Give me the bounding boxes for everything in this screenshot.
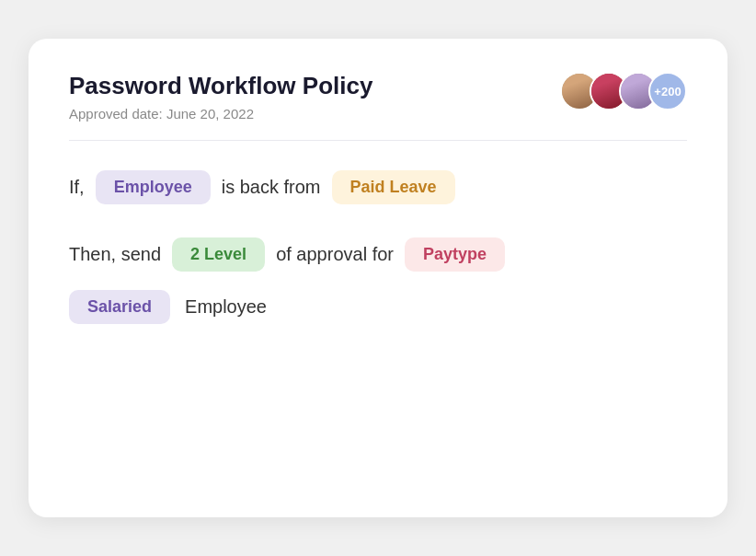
card-header: Password Workflow Policy Approved date: …: [69, 72, 687, 122]
condition-row: If, Employee is back from Paid Leave: [69, 170, 687, 204]
avatar-count-badge: +200: [648, 72, 687, 110]
employee-tag[interactable]: Employee: [96, 170, 211, 204]
policy-card: Password Workflow Policy Approved date: …: [29, 39, 727, 517]
employee-label: Employee: [185, 296, 267, 318]
paid-leave-tag[interactable]: Paid Leave: [332, 170, 455, 204]
salaried-tag[interactable]: Salaried: [69, 290, 170, 324]
of-approval-for-label: of approval for: [276, 244, 394, 265]
is-back-from-label: is back from: [222, 177, 321, 198]
salaried-row: Salaried Employee: [69, 290, 687, 324]
then-row: Then, send 2 Level of approval for Payty…: [69, 237, 687, 272]
policy-title: Password Workflow Policy: [69, 72, 372, 100]
avatar-group: +200: [560, 72, 687, 110]
approved-date: Approved date: June 20, 2022: [69, 106, 372, 122]
level-tag[interactable]: 2 Level: [172, 237, 265, 272]
if-label: If,: [69, 177, 85, 198]
header-text: Password Workflow Policy Approved date: …: [69, 72, 372, 122]
then-label: Then, send: [69, 244, 161, 265]
paytype-tag[interactable]: Paytype: [405, 237, 505, 272]
divider: [69, 140, 687, 141]
